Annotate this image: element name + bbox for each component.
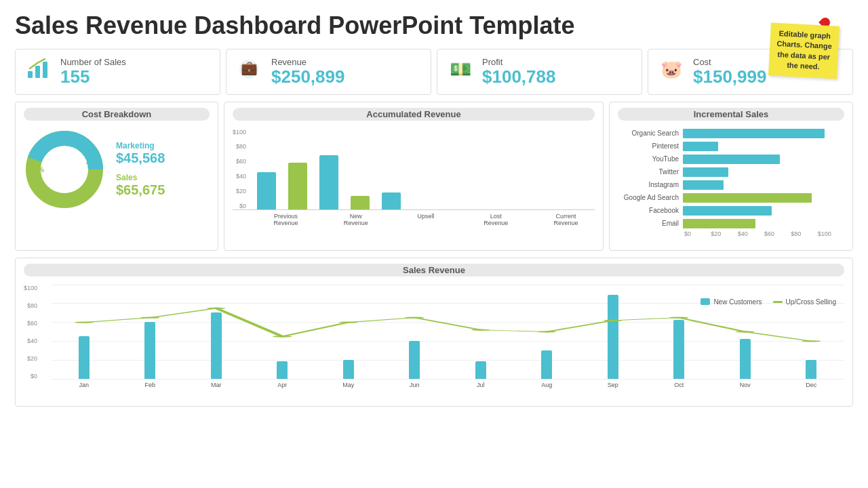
horiz-label-6: Facebook	[618, 207, 679, 214]
horiz-fill-green-7	[683, 219, 755, 228]
sales-label: Sales	[116, 173, 165, 182]
bottom-row: Sales Revenue $100$80$60$40$20$0 JanFebM…	[15, 258, 853, 407]
horiz-bar-row-0: Organic Search	[618, 129, 844, 138]
accum-bar-label-4: CurrentRevenue	[537, 213, 595, 228]
horiz-fill-teal-1	[683, 142, 718, 151]
cost-breakdown-card: Cost Breakdown 55% 45% Marketing $45,568	[15, 102, 218, 251]
combo-xlabel-5: Jun	[382, 382, 448, 388]
line-dot-10	[736, 331, 755, 332]
horiz-bar-row-4: Instagram	[618, 180, 844, 190]
horiz-xlabel-0: $0	[684, 230, 711, 237]
horiz-fill-teal-0	[683, 129, 825, 138]
accum-bar-teal-4	[382, 192, 401, 209]
legend-swatch-bar	[701, 298, 710, 305]
combo-xlabel-0: Jan	[51, 382, 117, 388]
kpi-row: Number of Sales 155 💼 Revenue $250,899 💵…	[15, 49, 853, 95]
combo-xlabel-11: Dec	[778, 382, 845, 388]
kpi-card-sales: Number of Sales 155	[15, 49, 220, 95]
kpi-revenue-value: $250,899	[271, 67, 344, 87]
line-dot-0	[75, 321, 94, 323]
horiz-xlabel-5: $100	[818, 230, 844, 237]
horiz-bar-row-2: YouTube	[618, 155, 844, 164]
svg-text:💵: 💵	[450, 58, 472, 80]
svg-text:💼: 💼	[241, 60, 258, 76]
horiz-fill-teal-4	[683, 180, 724, 190]
combo-xlabel-3: Apr	[250, 382, 316, 388]
svg-point-9	[44, 149, 85, 190]
cost-icon: 🐷	[658, 56, 684, 87]
horiz-bar-row-5: Google Ad Search	[618, 193, 844, 203]
horiz-track-6	[683, 206, 844, 216]
accum-bar-green-3	[351, 196, 370, 209]
accum-bar-label-3: LostRevenue	[467, 213, 525, 228]
horiz-fill-teal-2	[683, 155, 780, 164]
accum-bar-teal-2	[319, 155, 338, 209]
combo-xlabel-9: Oct	[646, 382, 713, 388]
combo-xlabel-7: Aug	[514, 382, 580, 388]
combo-xlabel-4: May	[315, 382, 382, 388]
svg-rect-0	[28, 71, 33, 78]
horiz-xlabel-1: $20	[711, 230, 737, 237]
kpi-cost-value: $150,999	[693, 67, 766, 87]
horiz-label-7: Email	[618, 220, 679, 227]
incr-sales-title: Incremental Sales	[618, 108, 844, 121]
legend-line-label: Up/Cross Selling	[786, 298, 836, 306]
svg-rect-1	[35, 66, 40, 78]
kpi-cost-label: Cost	[693, 57, 766, 67]
sales-icon	[25, 56, 51, 87]
accum-bar-label-2: Upsell	[397, 213, 454, 228]
accumulated-revenue-card: Accumulated Revenue $100$80$60$40$20$0 P…	[224, 102, 604, 251]
middle-row: Cost Breakdown 55% 45% Marketing $45,568	[15, 102, 853, 251]
line-dot-8	[604, 319, 623, 321]
svg-rect-2	[43, 62, 47, 78]
line-dot-7	[537, 331, 556, 332]
combo-yaxis: $100$80$60$40$20$0	[24, 285, 40, 380]
kpi-card-profit: 💵 Profit $100,788	[437, 49, 642, 95]
legend-bar-label: New Customers	[713, 298, 762, 306]
horiz-track-0	[683, 129, 844, 138]
cost-breakdown-title: Cost Breakdown	[24, 108, 210, 121]
combo-chart: $100$80$60$40$20$0 JanFebMarAprMayJunJul…	[24, 285, 844, 400]
horiz-track-7	[683, 219, 844, 228]
kpi-card-revenue: 💼 Revenue $250,899	[226, 49, 431, 95]
horiz-track-3	[683, 167, 844, 177]
combo-legend: New Customers Up/Cross Selling	[701, 298, 836, 306]
sales-value: $65,675	[116, 182, 165, 198]
horiz-label-5: Google Ad Search	[618, 194, 679, 201]
line-dot-9	[669, 317, 688, 318]
sales-line	[84, 308, 812, 341]
kpi-sales-label: Number of Sales	[60, 57, 126, 67]
horiz-track-2	[683, 155, 844, 164]
horiz-xaxis: $0$20$40$60$80$100	[618, 230, 844, 237]
line-dot-4	[339, 321, 358, 323]
accum-bar-green-1	[288, 163, 307, 209]
bar-chart-inner: $100$80$60$40$20$0	[233, 129, 595, 210]
legend-swatch-line	[773, 301, 783, 303]
line-dot-11	[802, 340, 821, 342]
profit-icon: 💵	[447, 56, 473, 87]
accum-bar-label-1: NewRevenue	[327, 213, 384, 228]
horiz-bar-row-6: Facebook	[618, 206, 844, 216]
horiz-bar-chart: Organic SearchPinterestYouTubeTwitterIns…	[618, 129, 844, 228]
horiz-label-0: Organic Search	[618, 129, 679, 137]
annotation-tag: Editable graph Charts. Change the data a…	[770, 24, 838, 77]
accum-revenue-title: Accumulated Revenue	[233, 108, 595, 121]
line-dot-3	[273, 336, 292, 337]
kpi-profit-value: $100,788	[482, 67, 555, 87]
bar-chart-yaxis: $100$80$60$40$20$0	[233, 129, 249, 209]
horiz-xlabel-2: $40	[738, 230, 764, 237]
combo-xlabel-2: Mar	[183, 382, 250, 388]
horiz-bar-row-3: Twitter	[618, 167, 844, 177]
sales-revenue-card: Sales Revenue $100$80$60$40$20$0 JanFebM…	[15, 258, 853, 407]
cost-legend: Marketing $45,568 Sales $65,675	[116, 141, 165, 198]
svg-text:🐷: 🐷	[660, 58, 683, 80]
horiz-xlabel-3: $60	[764, 230, 791, 237]
horiz-fill-green-5	[683, 193, 812, 203]
page-title: Sales Revenue Dashboard PowerPoint Templ…	[15, 12, 853, 39]
horiz-label-3: Twitter	[618, 168, 679, 176]
horiz-track-4	[683, 180, 844, 190]
sales-revenue-title: Sales Revenue	[24, 264, 844, 277]
donut-chart: 55% 45%	[24, 129, 105, 210]
horiz-track-1	[683, 142, 844, 151]
donut-label-45: 45%	[86, 159, 101, 167]
